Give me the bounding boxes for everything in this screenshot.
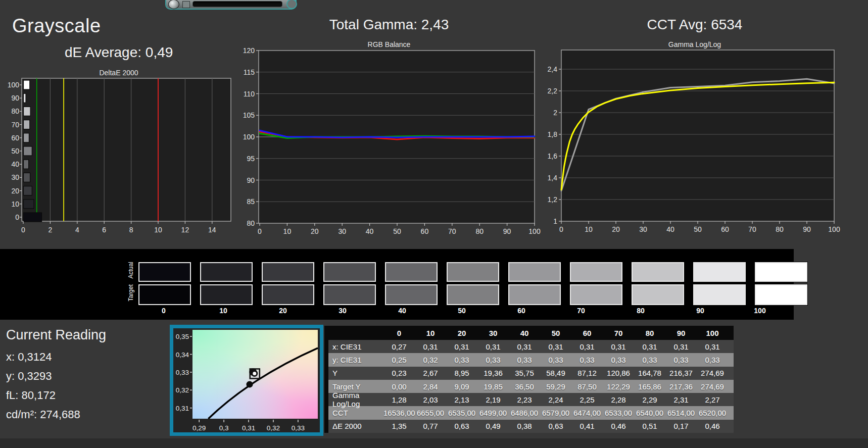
swatch-actual-40[interactable] <box>385 262 438 282</box>
cie-ytick: 0,34 <box>176 351 189 359</box>
swatch-target-0[interactable] <box>138 284 191 305</box>
swatch-target-80[interactable] <box>632 284 684 305</box>
table-cell: 0,27 <box>383 342 415 351</box>
table-row-label: Target Y <box>328 382 383 391</box>
table-row: Target Y0,002,849,0919,8536,5059,2987,50… <box>324 380 734 393</box>
table-cell: 0,31 <box>477 342 509 351</box>
table-cell: 9,09 <box>446 382 477 391</box>
xtick-label: 50 <box>694 225 702 233</box>
xtick-label: 40 <box>666 225 674 233</box>
table-cell: 35,75 <box>509 369 540 377</box>
ytick-label: 95 <box>247 155 255 163</box>
ytick-label: 120 <box>243 46 255 55</box>
table-cell: 0,33 <box>603 356 634 364</box>
cie-chromaticity-chart[interactable]: 0,350,340,330,320,310,290,30,310,320,33 <box>170 325 323 436</box>
cie-xtick: 0,3 <box>219 424 229 432</box>
xtick-label: 60 <box>421 227 429 235</box>
table-cell: 2,23 <box>509 395 540 404</box>
swatch-target-20[interactable] <box>262 284 314 305</box>
table-cell: 6533,00 <box>603 409 634 417</box>
xtick-label: 60 <box>721 225 729 233</box>
ytick-label: 1,8 <box>548 130 558 138</box>
total-gamma-value: Total Gamma: 2,43 <box>237 17 541 33</box>
table-cell: 216,37 <box>665 369 697 377</box>
page-title: Grayscale <box>12 15 101 37</box>
xtick-label: 10 <box>585 225 593 233</box>
deltae-xtick: 14 <box>208 226 216 234</box>
swatch-actual-70[interactable] <box>570 262 622 282</box>
current-reading-x: x: 0,3124 <box>6 351 52 364</box>
deltae-ytick: 90 <box>11 94 19 102</box>
swatch-actual-30[interactable] <box>323 262 376 282</box>
calibration-report-page: Grayscale dE Average: 0,49 Total Gamma: … <box>0 0 868 448</box>
table-row: CCT16536,006655,006535,006499,006486,006… <box>324 406 734 419</box>
swatch-level-label: 90 <box>674 307 727 315</box>
table-cell: 0,46 <box>603 422 634 430</box>
table-cell: 120,86 <box>603 369 634 377</box>
swatch-actual-50[interactable] <box>447 262 499 282</box>
deltae-bar-50 <box>24 146 32 156</box>
table-cell: 2,67 <box>415 369 446 377</box>
table-column-header: 60 <box>571 329 603 337</box>
table-cell: 0,49 <box>477 422 509 430</box>
swatch-target-10[interactable] <box>200 284 253 305</box>
xtick-label: 30 <box>338 227 346 235</box>
table-cell: 6474,00 <box>571 409 603 417</box>
deltae-bar-10 <box>24 200 34 209</box>
table-row-label: ΔE 2000 <box>328 422 383 430</box>
table-column-header: 70 <box>603 329 634 337</box>
table-row-label: Gamma Log/Log <box>328 391 383 408</box>
deltae-plot-area <box>22 78 231 221</box>
cie-xtick: 0,33 <box>292 424 305 432</box>
swatch-actual-0[interactable] <box>138 262 191 282</box>
ytick-label: 1,2 <box>548 195 558 204</box>
table-cell: 0,31 <box>415 342 446 351</box>
table-cell: 0,38 <box>509 422 540 430</box>
swatch-target-100[interactable] <box>755 284 807 305</box>
swatch-target-60[interactable] <box>508 284 561 305</box>
table-cell: 0,33 <box>571 356 603 364</box>
table-cell: 8,95 <box>446 369 477 377</box>
table-column-header: 20 <box>446 329 477 337</box>
table-cell: 274,69 <box>697 369 728 377</box>
swatch-target-30[interactable] <box>323 284 376 305</box>
swatch-actual-90[interactable] <box>693 262 746 282</box>
swatch-target-40[interactable] <box>385 284 438 305</box>
rgb-balance-line-chart: 8085909510010511011512001020304050607080… <box>237 40 541 237</box>
grayscale-swatch-band: Actual Target 0102030405060708090100 <box>0 249 794 320</box>
table-cell: 0,17 <box>665 422 697 430</box>
deltae-ytick: 50 <box>11 147 19 155</box>
table-row-label: Y <box>328 369 383 377</box>
deltae-bar-0 <box>24 213 42 222</box>
swatch-actual-60[interactable] <box>508 262 561 282</box>
ytick-label: 80 <box>247 219 255 227</box>
table-cell: 0,00 <box>383 382 415 391</box>
current-reading-cdm2: cd/m²: 274,688 <box>6 408 80 421</box>
table-row: Y0,232,678,9519,3635,7558,4987,12120,861… <box>324 367 734 380</box>
table-cell: 0,25 <box>383 356 415 364</box>
deltae-bar-30 <box>24 173 30 182</box>
deltae-bar-80 <box>24 107 31 116</box>
swatch-level-label: 20 <box>257 307 309 315</box>
swatch-actual-80[interactable] <box>632 262 684 282</box>
deltae-xtick: 12 <box>181 226 189 234</box>
swatch-actual-20[interactable] <box>262 262 314 282</box>
window-chrome-fragment[interactable] <box>165 0 297 10</box>
swatch-target-70[interactable] <box>570 284 622 305</box>
ytick-label: 90 <box>247 176 255 184</box>
swatch-target-90[interactable] <box>693 284 746 305</box>
daylight-locus-line <box>208 348 318 419</box>
ytick-label: 2,4 <box>548 65 558 73</box>
swatch-target-50[interactable] <box>447 284 499 305</box>
reading-marker-ring <box>252 371 257 376</box>
xtick-label: 70 <box>448 227 456 235</box>
chrome-tab-icon <box>182 1 190 8</box>
xtick-label: 50 <box>393 227 401 235</box>
swatch-actual-10[interactable] <box>200 262 253 282</box>
table-column-header: 50 <box>540 329 571 337</box>
swatch-level-label: 50 <box>436 307 488 315</box>
swatch-actual-100[interactable] <box>755 262 807 282</box>
deltae-ytick: 80 <box>11 107 19 115</box>
table-cell: 6540,00 <box>634 409 665 417</box>
table-header-row: 0102030405060708090100 <box>324 326 734 340</box>
